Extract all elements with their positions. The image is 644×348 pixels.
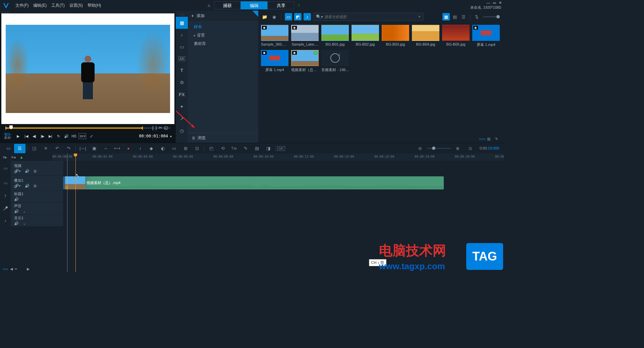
zoom-slider[interactable] xyxy=(427,148,451,149)
templates-icon[interactable]: ▭ xyxy=(176,41,188,53)
track-title1-content[interactable] xyxy=(63,190,504,202)
mode-clip-label[interactable]: 素材- xyxy=(4,136,12,139)
mute-toggle[interactable]: 🔊 xyxy=(14,209,19,214)
drag-handle-icon[interactable]: ⠿⠿ xyxy=(176,13,188,17)
mark-in-button[interactable]: [ xyxy=(152,125,153,130)
import-folder-button[interactable]: 📁 xyxy=(261,13,268,20)
menu-file[interactable]: 文件(F) xyxy=(15,3,29,8)
media-thumbnail[interactable]: ▣ xyxy=(472,25,500,41)
mark-out-button[interactable]: ] xyxy=(156,125,157,130)
play-button[interactable]: ▶ xyxy=(15,133,21,139)
minimize-button[interactable]: — xyxy=(486,1,490,5)
prev-frame-button[interactable]: ◀| xyxy=(31,133,37,139)
stretch-button[interactable]: ↔ xyxy=(100,144,111,153)
timecode-display[interactable]: 00:00:01:004 xyxy=(139,134,168,138)
dual-monitor-button[interactable]: ▭▭ xyxy=(479,137,485,141)
volume-button[interactable]: 🔊 xyxy=(63,133,69,139)
media-thumbnail[interactable] xyxy=(442,25,470,41)
motion-icon[interactable]: ↗ xyxy=(176,113,188,125)
media-item[interactable]: BG-B02.jpg xyxy=(352,25,379,47)
mute-toggle[interactable]: 🔊 xyxy=(25,184,30,188)
tab-capture[interactable]: 捕获 xyxy=(214,1,241,9)
media-item[interactable]: BG-B03.jpg xyxy=(382,25,409,47)
horizontal-scrollbar[interactable]: ━ xyxy=(15,267,25,271)
multi-cam-button[interactable]: ◨ xyxy=(263,144,274,153)
timeline-ruler[interactable]: ≡▸ ≡◂ ▲ 00:00:00:0000:00:02:0000:00:04:0… xyxy=(0,154,504,161)
menu-edit[interactable]: 编辑(E) xyxy=(33,3,47,8)
trim-button[interactable]: |↔| xyxy=(77,144,89,153)
clear-search-button[interactable]: × xyxy=(418,14,421,19)
keyframe-button[interactable]: ◆ xyxy=(146,144,157,153)
hd-toggle[interactable]: HD xyxy=(71,133,76,139)
scroll-left-button[interactable]: ◀ xyxy=(10,267,13,271)
3d-title-button[interactable]: T3D xyxy=(228,144,240,153)
close-button[interactable]: ✕ xyxy=(499,1,502,5)
view-list-button[interactable]: ☰ xyxy=(460,13,467,20)
slip-button[interactable]: ⟷ xyxy=(111,144,123,153)
aspect-ratio-button[interactable]: 16:9 xyxy=(78,133,87,139)
goto-start-button[interactable]: |◀ xyxy=(23,133,29,139)
mask-button[interactable]: ◐ xyxy=(157,144,168,153)
crop-tool-button[interactable]: ▣ xyxy=(89,144,100,153)
link-toggle[interactable]: 🔗▾ xyxy=(14,169,21,173)
add-media-button[interactable]: + 添加 xyxy=(188,11,258,21)
thumbnail-size-slider[interactable] xyxy=(483,16,500,17)
audio-mixer-button[interactable]: ⫞ xyxy=(134,144,146,153)
transitions-icon[interactable]: ⚙ xyxy=(176,76,188,89)
media-item[interactable]: ▣Sample_Lake.... xyxy=(291,25,319,47)
search-input[interactable] xyxy=(324,15,418,19)
media-item[interactable]: ▣屏幕 1.mp4 xyxy=(472,25,500,47)
media-thumbnail[interactable]: ▣ xyxy=(261,25,288,41)
add-track-button[interactable]: +▭ xyxy=(3,267,8,271)
media-thumbnail[interactable]: ▣✓ xyxy=(291,50,319,66)
crop-button[interactable]: ◱ xyxy=(164,125,168,130)
redo-button[interactable]: ↷ xyxy=(63,144,74,153)
chapter-button[interactable]: ▭ xyxy=(168,144,180,153)
view-thumbs-large-button[interactable]: ▦ xyxy=(442,13,450,20)
timecode-stepper[interactable]: ♦ xyxy=(170,134,172,138)
subtitle-icon[interactable]: AB xyxy=(178,56,185,61)
split-button[interactable]: ✂ xyxy=(159,125,162,130)
view-thumbs-small-button[interactable]: ▤ xyxy=(451,13,459,20)
fx-icon[interactable]: FX xyxy=(176,89,188,101)
panel-options-button[interactable]: ✎ xyxy=(495,137,501,141)
paint-button[interactable]: ✎ xyxy=(240,144,251,153)
next-frame-button[interactable]: |▶ xyxy=(39,133,45,139)
scroll-right-button[interactable]: ▶ xyxy=(27,267,30,271)
mute-toggle[interactable]: 🔊 xyxy=(14,197,19,201)
upload-icon[interactable]: ↑ xyxy=(298,3,300,8)
lock-toggle[interactable]: ⊞ xyxy=(34,169,37,173)
sort-button[interactable]: ⇅ xyxy=(473,13,480,20)
mute-toggle[interactable]: 🔊 xyxy=(25,169,30,173)
media-item[interactable]: BG-B05.jpg xyxy=(442,25,470,47)
fullscreen-button[interactable]: ⤢ xyxy=(88,133,94,139)
media-thumbnail[interactable] xyxy=(352,25,379,41)
record-button[interactable]: ● xyxy=(123,144,134,153)
media-item[interactable]: 音频素材 - 196... xyxy=(321,50,349,72)
media-item[interactable]: BG-B01.jpg xyxy=(321,25,349,47)
link-toggle[interactable]: 🔗▾ xyxy=(14,184,21,188)
menu-tools[interactable]: 工具(T) xyxy=(51,3,64,8)
preview-scrubber[interactable]: [ ] ✂ ◱ xyxy=(5,125,170,131)
media-item[interactable]: ▣✓视频素材（总）... xyxy=(291,50,319,72)
category-library[interactable]: 素材库 xyxy=(188,40,258,48)
media-item[interactable]: BG-B04.jpg xyxy=(412,25,439,47)
category-sample[interactable]: 样本 xyxy=(188,23,258,31)
gif-button[interactable]: GIF xyxy=(277,146,285,151)
media-thumbnail[interactable] xyxy=(321,25,349,41)
pan-zoom-button[interactable]: ◰ xyxy=(206,144,217,153)
reset-button[interactable]: ◉ xyxy=(270,13,278,20)
copy-attributes-button[interactable]: ◲ xyxy=(29,144,40,153)
mute-toggle[interactable]: 🔊 xyxy=(14,221,19,226)
motion-track-button[interactable]: ⟲ xyxy=(217,144,228,153)
media-thumbnail[interactable] xyxy=(382,25,409,41)
expand-toggle[interactable]: ⌄ xyxy=(23,221,26,226)
zoom-out-button[interactable]: ⊖ xyxy=(415,144,426,153)
track-video-content[interactable] xyxy=(63,161,504,175)
grid-button[interactable]: ⊞ xyxy=(180,144,191,153)
home-icon[interactable]: ⌂ xyxy=(204,3,214,8)
menu-settings[interactable]: 设置(S) xyxy=(69,3,83,8)
tab-edit[interactable]: 编辑 xyxy=(241,1,268,9)
undo-button[interactable]: ↶ xyxy=(51,144,63,153)
zoom-in-button[interactable]: ⊕ xyxy=(452,144,464,153)
